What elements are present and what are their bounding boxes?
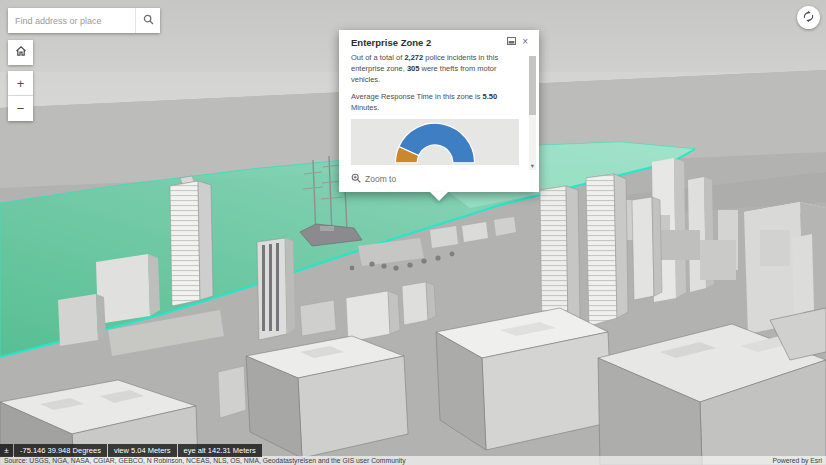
close-button[interactable]: × (519, 36, 531, 48)
popup-pointer (430, 192, 448, 201)
rotate-icon (802, 10, 815, 26)
theft-count-value: 305 (407, 64, 420, 73)
eye-altitude-readout: eye alt 142.31 Meters (178, 444, 262, 457)
total-incidents-value: 2,272 (404, 53, 423, 62)
zoom-in-button[interactable]: + (8, 71, 33, 96)
zoom-to-link[interactable]: Zoom to (351, 173, 396, 185)
search-input[interactable] (8, 8, 135, 33)
half-donut-chart (351, 119, 519, 165)
dock-icon (507, 37, 516, 47)
attribution-bar: Source: USGS, NGA, NASA, CGIAR, GEBCO, N… (0, 456, 826, 465)
zoom-to-icon (351, 173, 361, 185)
left-tower (170, 176, 213, 306)
popup-scrollbar[interactable]: ▾ (529, 56, 536, 170)
popup-chart-panel (351, 119, 519, 165)
popup-paragraph-incidents: Out of a total of 2,272 police incidents… (351, 53, 519, 86)
popup-title: Enterprise Zone 2 (351, 37, 504, 48)
powered-by-esri: Powered by Esri (773, 457, 823, 464)
response-time-value: 5.50 (483, 92, 498, 101)
search-box (8, 8, 160, 33)
search-button[interactable] (135, 8, 160, 33)
home-button[interactable] (8, 40, 33, 65)
popup-header: Enterprise Zone 2 × (339, 30, 539, 51)
feature-popup: Enterprise Zone 2 × Out of a total of 2,… (339, 30, 539, 192)
plus-icon: + (17, 76, 25, 91)
coordinates-readout: -75.146 39.948 Degrees (14, 444, 107, 457)
popup-footer: Zoom to (339, 169, 539, 192)
compass-button[interactable] (797, 6, 820, 29)
close-icon: × (522, 37, 528, 47)
view-scale-readout: view 5.04 Meters (108, 444, 177, 457)
search-icon (143, 13, 154, 28)
scroll-down-button[interactable]: ▾ (529, 161, 536, 170)
scene-viewer-app: + − Enterprise Zone 2 (0, 0, 826, 465)
zoom-out-button[interactable]: − (8, 96, 33, 121)
attribution-sources: Source: USGS, NGA, NASA, CGIAR, GEBCO, N… (4, 457, 406, 464)
home-icon (15, 45, 27, 60)
minus-icon: − (17, 101, 25, 116)
dock-button[interactable] (504, 36, 519, 48)
striped-building (257, 238, 295, 340)
zoom-to-label: Zoom to (365, 174, 396, 184)
status-bar: ± -75.146 39.948 Degrees view 5.04 Meter… (0, 444, 263, 457)
popup-paragraph-response-time: Average Response Time in this zone is 5.… (351, 92, 519, 114)
popup-body: Out of a total of 2,272 police incidents… (339, 51, 539, 113)
popup-scrollbar-thumb[interactable] (529, 56, 536, 115)
coordinates-toggle[interactable]: ± (0, 444, 13, 457)
